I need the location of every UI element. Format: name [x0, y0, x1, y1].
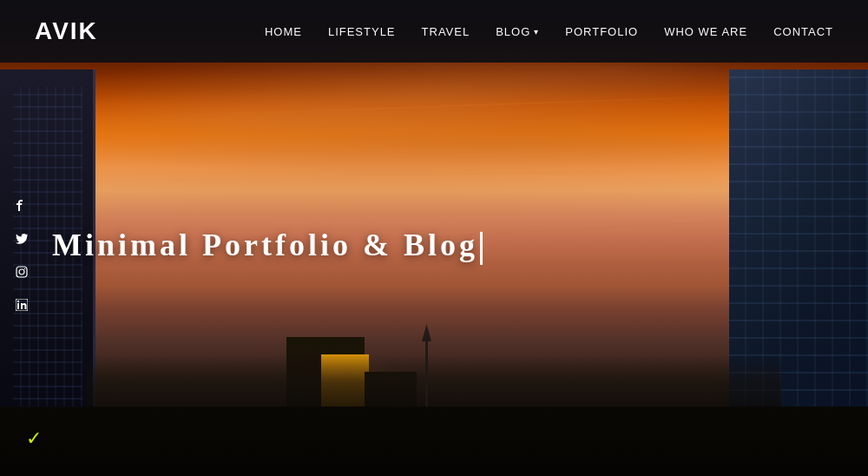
hero-title: Minimal Portfolio & Blog	[52, 227, 483, 265]
nav-contact[interactable]: CONTACT	[773, 25, 833, 38]
svg-point-5	[17, 301, 19, 302]
twitter-icon[interactable]	[12, 229, 31, 248]
linkedin-icon[interactable]	[12, 295, 31, 314]
instagram-icon[interactable]	[12, 262, 31, 281]
hero-section: AVIK HOME LIFESTYLE TRAVEL BLOG ▾ PORTFO…	[0, 0, 868, 476]
main-nav: HOME LIFESTYLE TRAVEL BLOG ▾ PORTFOLIO W…	[265, 25, 833, 38]
tv-tower	[425, 337, 428, 407]
svg-point-2	[24, 268, 26, 270]
text-cursor	[480, 232, 483, 265]
blog-dropdown-arrow: ▾	[534, 27, 539, 36]
svg-rect-0	[16, 267, 27, 277]
nav-lifestyle[interactable]: LIFESTYLE	[328, 25, 396, 38]
scroll-indicator[interactable]: ✓	[26, 427, 42, 450]
nav-who-we-are[interactable]: WHO WE ARE	[664, 25, 747, 38]
header: AVIK HOME LIFESTYLE TRAVEL BLOG ▾ PORTFO…	[0, 0, 868, 63]
scroll-down-icon[interactable]: ✓	[26, 427, 42, 449]
ground	[0, 407, 868, 476]
nav-home[interactable]: HOME	[265, 25, 302, 38]
svg-point-1	[19, 269, 24, 274]
site-logo[interactable]: AVIK	[35, 17, 98, 45]
facebook-icon[interactable]	[12, 196, 31, 215]
nav-portfolio[interactable]: PORTFOLIO	[565, 25, 638, 38]
hero-content: Minimal Portfolio & Blog	[52, 227, 483, 265]
svg-rect-4	[17, 303, 19, 309]
nav-blog[interactable]: BLOG ▾	[496, 25, 539, 38]
nav-travel[interactable]: TRAVEL	[422, 25, 470, 38]
social-sidebar	[0, 179, 43, 332]
